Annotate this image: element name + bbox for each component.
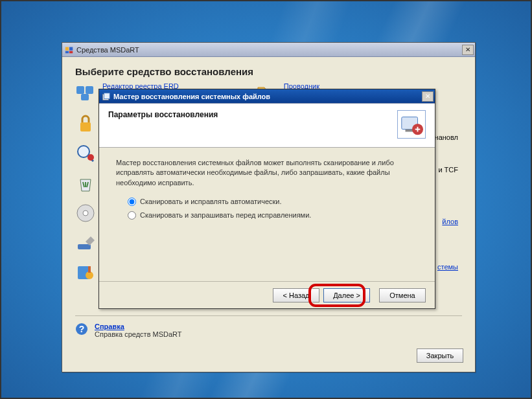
help-desc: Справка средств MSDaRT [95, 330, 182, 338]
svg-point-10 [87, 154, 94, 161]
svg-point-12 [83, 211, 88, 216]
svg-rect-1 [69, 47, 73, 50]
wizard-title-icon [102, 92, 111, 101]
help-link[interactable]: Справка [95, 323, 182, 330]
back-button[interactable]: < Назад [273, 288, 319, 302]
wizard-body: Мастер восстановления системных файлов м… [99, 148, 435, 234]
next-button[interactable]: Далее > [323, 288, 370, 302]
svg-rect-5 [86, 86, 93, 94]
svg-rect-3 [69, 51, 73, 53]
wizard-dialog: Мастер восстановления системных файлов ✕… [98, 89, 435, 309]
wizard-body-text: Мастер восстановления системных файлов м… [116, 158, 418, 188]
svg-rect-25 [417, 127, 419, 132]
radio-ask[interactable]: Сканировать и запрашивать перед исправле… [128, 211, 418, 220]
wizard-header-icon [397, 110, 426, 139]
msdart-close-icon[interactable]: ✕ [462, 45, 474, 55]
wizard-title: Мастер восстановления системных файлов [113, 93, 422, 100]
partial-text-2: и TCF [438, 166, 458, 174]
lock-icon [75, 113, 96, 134]
msdart-title: Средства MSDaRT [76, 46, 462, 54]
svg-rect-16 [88, 266, 91, 273]
svg-rect-4 [76, 86, 84, 94]
wizard-header-title: Параметры восстановления [108, 110, 391, 119]
radio-auto-label: Сканировать и исправлять автоматически. [140, 197, 282, 207]
divider [75, 315, 462, 316]
svg-text:?: ? [79, 324, 85, 334]
svg-point-8 [78, 146, 89, 157]
svg-rect-7 [80, 122, 91, 131]
svg-rect-20 [104, 93, 110, 98]
page-title: Выберите средство восстановления [75, 66, 462, 77]
svg-rect-13 [78, 244, 91, 249]
wizard-close-icon[interactable]: ✕ [422, 91, 434, 102]
registry-icon [75, 82, 96, 103]
tools-icon [75, 262, 96, 283]
partial-link-files[interactable]: йлов [442, 218, 458, 225]
radio-ask-label: Сканировать и запрашивать перед исправле… [140, 211, 311, 220]
radio-auto-input[interactable] [128, 198, 136, 206]
svg-rect-6 [81, 94, 89, 100]
svg-rect-2 [65, 51, 69, 53]
brush-icon [75, 233, 96, 253]
recycle-icon [75, 173, 96, 194]
wizard-header: Параметры восстановления [99, 104, 435, 148]
cancel-button[interactable]: Отмена [379, 288, 426, 302]
help-icon: ? [75, 323, 88, 336]
radio-ask-input[interactable] [128, 211, 136, 220]
disc-icon [75, 203, 96, 223]
svg-rect-0 [65, 47, 69, 50]
wizard-titlebar[interactable]: Мастер восстановления системных файлов ✕ [99, 89, 435, 104]
msdart-icon [65, 45, 74, 54]
search-disk-icon [75, 143, 96, 164]
close-button[interactable]: Закрыть [417, 348, 463, 363]
partial-link-system[interactable]: стемы [437, 263, 458, 271]
partial-text-1: нановл [435, 133, 458, 141]
wizard-footer: < Назад Далее > Отмена [99, 281, 435, 308]
radio-auto[interactable]: Сканировать и исправлять автоматически. [128, 197, 418, 207]
msdart-titlebar[interactable]: Средства MSDaRT ✕ [62, 43, 475, 57]
